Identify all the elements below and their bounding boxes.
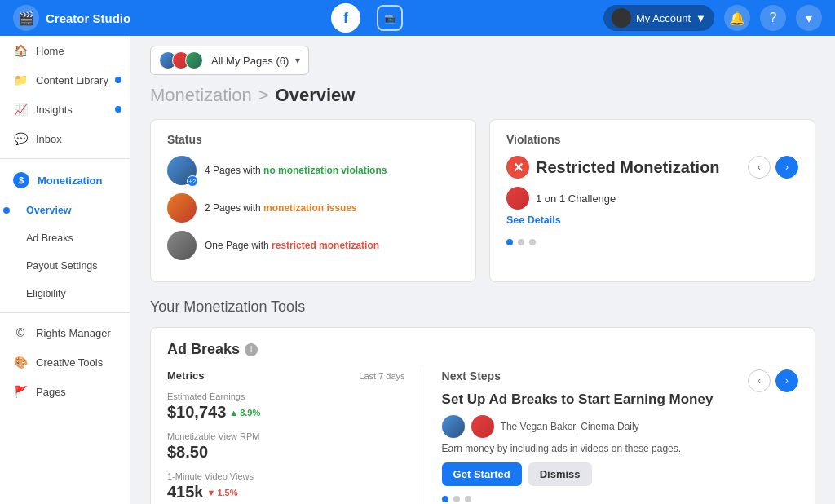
account-button[interactable]: My Account ▼ <box>603 5 714 31</box>
next-steps-prev-arrow[interactable]: ‹ <box>748 369 771 392</box>
ns-actions: Get Started Dismiss <box>442 462 714 486</box>
earnings-change: ▲ 8.9% <box>229 408 260 418</box>
metric-name-rpm: Monetizable View RPM <box>167 431 405 441</box>
rights-manager-icon: © <box>13 326 28 339</box>
ns-dot-1 <box>442 496 448 502</box>
sidebar-item-home[interactable]: 🏠 Home <box>0 36 130 65</box>
facebook-platform-btn[interactable]: f <box>331 3 360 33</box>
help-button[interactable]: ? <box>760 5 786 31</box>
sidebar-item-insights[interactable]: 📈 Insights <box>0 95 130 124</box>
ad-breaks-header: Ad Breaks i <box>167 341 798 358</box>
monetization-icon: $ <box>13 172 29 188</box>
status-item-no-violations: +2 4 Pages with no monetization violatio… <box>167 156 459 185</box>
status-avatar-3 <box>167 231 197 260</box>
sidebar-item-overview[interactable]: Overview <box>0 197 130 224</box>
violation-header: ✕ Restricted Monetization <box>506 156 720 179</box>
insights-icon: 📈 <box>13 103 28 116</box>
account-label: My Account <box>636 12 691 24</box>
page-selector-chevron: ▾ <box>295 55 300 66</box>
app-logo: 🎬 Creator Studio <box>13 5 130 31</box>
home-icon: 🏠 <box>13 44 28 57</box>
status-text-2: 2 Pages with monetization issues <box>205 201 357 215</box>
ad-breaks-title: Ad Breaks <box>167 341 240 358</box>
sidebar-item-rights-manager[interactable]: © Rights Manager <box>0 318 130 347</box>
sidebar-divider-1 <box>0 158 130 159</box>
ns-dot-2 <box>453 496 460 502</box>
notifications-button[interactable]: 🔔 <box>724 5 750 31</box>
next-steps-next-arrow[interactable]: › <box>775 369 798 392</box>
metric-estimated-earnings: Estimated Earnings $10,743 ▲ 8.9% <box>167 391 405 422</box>
metrics-label: Metrics <box>167 369 205 382</box>
top-nav-right: My Account ▼ 🔔 ? ▾ <box>603 5 822 31</box>
ns-avatar-2 <box>471 415 494 438</box>
next-steps-content: Next Steps Set Up Ad Breaks to Start Ear… <box>442 369 714 486</box>
sidebar-item-creative-tools[interactable]: 🎨 Creative Tools <box>0 347 130 377</box>
see-details-link[interactable]: See Details <box>506 214 720 226</box>
violation-next-arrow[interactable]: › <box>775 156 798 179</box>
avatar-badge: +2 <box>187 175 198 187</box>
breadcrumb-parent: Monetization <box>150 85 252 106</box>
page-selector-label: All My Pages (6) <box>211 55 289 67</box>
sidebar-item-label: Rights Manager <box>36 327 111 339</box>
sidebar-item-label: Payout Settings <box>26 260 98 272</box>
next-steps-nav-arrows: ‹ › <box>748 369 798 392</box>
last-7-days-label: Last 7 days <box>359 371 404 381</box>
status-avatar-2 <box>167 193 197 223</box>
page-avatar-3 <box>185 51 203 69</box>
status-item-restricted: One Page with restricted monetization <box>167 231 459 260</box>
sidebar-item-label: Insights <box>36 104 73 116</box>
sidebar-item-payout-settings[interactable]: Payout Settings <box>0 252 130 280</box>
sidebar-item-pages[interactable]: 🚩 Pages <box>0 377 130 406</box>
sidebar-item-inbox[interactable]: 💬 Inbox <box>0 124 130 153</box>
next-steps-col: Next Steps Set Up Ad Breaks to Start Ear… <box>439 369 798 504</box>
status-text-1: 4 Pages with no monetization violations <box>205 164 387 178</box>
sidebar-item-label: Inbox <box>36 133 62 145</box>
sidebar-divider-2 <box>0 312 130 313</box>
dot-3 <box>529 239 536 245</box>
violation-dot-nav <box>506 239 798 245</box>
sidebar-item-content-library[interactable]: 📁 Content Library <box>0 65 130 95</box>
views-change: ▼ 1.5% <box>207 488 238 497</box>
challenge-avatar <box>506 187 529 210</box>
breadcrumb-current: Overview <box>276 85 356 106</box>
sidebar-item-label: Home <box>36 45 64 57</box>
sidebar-item-label: Eligibility <box>26 288 66 299</box>
sidebar-item-eligibility[interactable]: Eligibility <box>0 280 130 307</box>
violation-icon: ✕ <box>506 156 529 179</box>
sidebar: 🏠 Home 📁 Content Library 📈 Insights 💬 In… <box>0 36 130 504</box>
app-icon: 🎬 <box>13 5 39 31</box>
sidebar-item-ad-breaks[interactable]: Ad Breaks <box>0 224 130 252</box>
status-card: Status +2 4 Pages with no monetization v… <box>150 119 476 282</box>
metric-video-views: 1-Minute Video Views 415k ▼ 1.5% <box>167 471 405 502</box>
sidebar-item-label: Overview <box>26 205 72 216</box>
violation-sub: 1 on 1 Challenge <box>506 187 720 210</box>
sidebar-item-label: Monetization <box>38 175 102 187</box>
next-steps-top-row: Next Steps Set Up Ad Breaks to Start Ear… <box>442 369 798 486</box>
metric-name-earnings: Estimated Earnings <box>167 391 405 401</box>
dot-2 <box>518 239 524 245</box>
metric-rpm: Monetizable View RPM $8.50 <box>167 431 405 462</box>
breadcrumb-separator: > <box>258 85 269 106</box>
next-steps-dot-nav <box>442 496 798 502</box>
ad-breaks-info-icon[interactable]: i <box>245 343 258 356</box>
violations-card: Violations ✕ Restricted Monetization 1 o… <box>489 119 815 282</box>
get-started-button[interactable]: Get Started <box>442 462 522 486</box>
main-content: All My Pages (6) ▾ Monetization > Overvi… <box>130 36 835 504</box>
settings-button[interactable]: ▾ <box>796 5 822 31</box>
page-selector[interactable]: All My Pages (6) ▾ <box>150 46 309 75</box>
sidebar-item-monetization[interactable]: $ Monetization <box>0 164 130 197</box>
content-library-icon: 📁 <box>13 73 28 86</box>
page-avatars <box>159 51 198 69</box>
status-avatar-1: +2 <box>167 156 197 185</box>
overview-cards: Status +2 4 Pages with no monetization v… <box>150 119 815 282</box>
ns-pages-label: The Vegan Baker, Cinema Daily <box>501 421 639 432</box>
account-avatar <box>612 8 631 28</box>
monetization-tools-title: Your Monetization Tools <box>150 298 815 316</box>
next-steps-content-title: Set Up Ad Breaks to Start Earning Money <box>442 391 714 409</box>
violation-prev-arrow[interactable]: ‹ <box>748 156 771 179</box>
active-dot <box>3 207 10 214</box>
challenge-text: 1 on 1 Challenge <box>536 192 616 205</box>
pages-icon: 🚩 <box>13 385 28 398</box>
dismiss-button[interactable]: Dismiss <box>528 462 592 486</box>
instagram-platform-btn[interactable]: 📷 <box>377 5 403 31</box>
